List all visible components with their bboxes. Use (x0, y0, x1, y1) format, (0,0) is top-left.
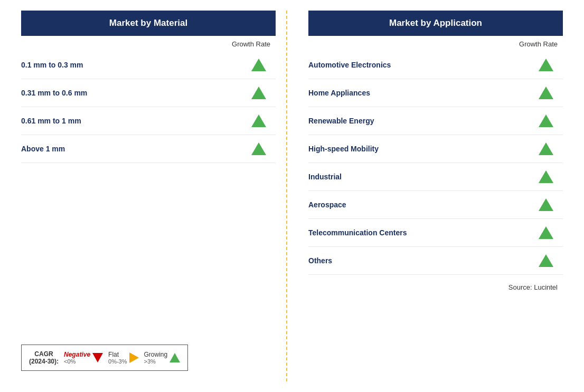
left-items-list: 0.1 mm to 0.3 mm 0.31 mm to 0.6 mm 0.61 … (21, 51, 276, 163)
table-row: 0.1 mm to 0.3 mm (21, 51, 276, 79)
material-item-label: 0.31 mm to 0.6 mm (21, 89, 87, 97)
legend-box: CAGR (2024-30): Negative <0% Flat 0%-3% (21, 345, 188, 371)
table-row: Telecommunication Centers (308, 219, 563, 247)
table-row: 0.61 mm to 1 mm (21, 107, 276, 135)
negative-range: <0% (64, 358, 90, 365)
application-item-label: Telecommunication Centers (308, 228, 407, 237)
arrow-up-icon (251, 59, 266, 71)
right-growth-rate-label: Growth Rate (308, 40, 563, 48)
application-item-label: High-speed Mobility (308, 145, 379, 153)
cagr-year-label: (2024-30): (29, 358, 59, 365)
source-label: Source: Lucintel (308, 283, 563, 291)
table-row: High-speed Mobility (308, 135, 563, 163)
left-panel: Market by Material Growth Rate 0.1 mm to… (21, 11, 287, 381)
table-row: Aerospace (308, 191, 563, 219)
table-row: 0.31 mm to 0.6 mm (21, 79, 276, 107)
right-panel: Market by Application Growth Rate Automo… (287, 11, 563, 381)
legend-negative: Negative <0% (64, 351, 103, 365)
left-panel-header: Market by Material (21, 11, 276, 36)
arrow-up-icon (539, 254, 553, 267)
arrow-down-red-icon (92, 353, 103, 362)
flat-range: 0%-3% (108, 358, 127, 365)
right-panel-header: Market by Application (308, 11, 563, 36)
arrow-right-yellow-icon (129, 352, 139, 363)
negative-label: Negative (64, 351, 90, 358)
growing-label: Growing (144, 351, 168, 358)
cagr-label: CAGR (34, 350, 53, 358)
legend-flat: Flat 0%-3% (108, 351, 138, 365)
material-item-label: Above 1 mm (21, 145, 65, 153)
arrow-up-icon (251, 114, 266, 127)
left-growth-rate-label: Growth Rate (21, 40, 276, 48)
arrow-up-green-sm-icon (169, 353, 180, 362)
right-items-list: Automotive Electronics Home Appliances R… (308, 51, 563, 275)
arrow-up-icon (539, 59, 553, 71)
legend-growing: Growing >3% (144, 351, 181, 365)
flat-label: Flat (108, 351, 119, 358)
table-row: Above 1 mm (21, 135, 276, 163)
material-item-label: 0.61 mm to 1 mm (21, 117, 81, 125)
material-item-label: 0.1 mm to 0.3 mm (21, 61, 83, 69)
arrow-up-icon (539, 226, 553, 239)
arrow-up-icon (539, 198, 553, 211)
application-item-label: Others (308, 256, 332, 265)
application-item-label: Industrial (308, 173, 342, 181)
table-row: Automotive Electronics (308, 51, 563, 79)
arrow-up-icon (539, 170, 553, 183)
arrow-up-icon (539, 87, 553, 99)
application-item-label: Renewable Energy (308, 117, 374, 125)
application-item-label: Automotive Electronics (308, 61, 391, 69)
table-row: Industrial (308, 163, 563, 191)
arrow-up-icon (539, 114, 553, 127)
arrow-up-icon (251, 87, 266, 99)
table-row: Others (308, 247, 563, 275)
arrow-up-icon (539, 142, 553, 155)
arrow-up-icon (251, 142, 266, 155)
table-row: Home Appliances (308, 79, 563, 107)
application-item-label: Home Appliances (308, 89, 370, 97)
application-item-label: Aerospace (308, 200, 346, 209)
table-row: Renewable Energy (308, 107, 563, 135)
growing-range: >3% (144, 358, 168, 365)
